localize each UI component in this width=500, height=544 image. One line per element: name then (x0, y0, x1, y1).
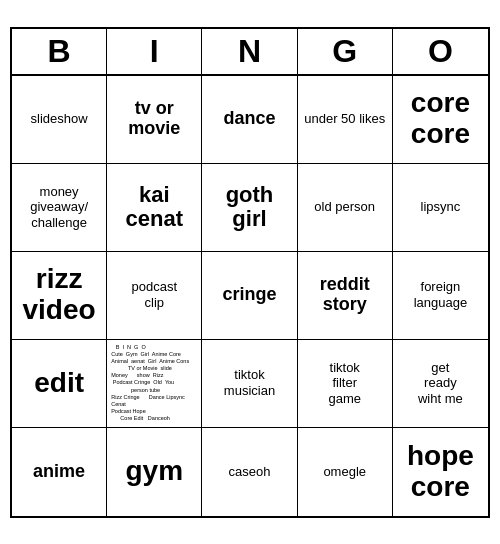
cell-5-4: omegle (298, 428, 393, 516)
cell-1-1: slideshow (12, 76, 107, 164)
cell-4-5: getreadywiht me (393, 340, 488, 428)
cell-2-3: gothgirl (202, 164, 297, 252)
cell-5-5: hopecore (393, 428, 488, 516)
header-b: B (12, 29, 107, 74)
cell-4-1: edit (12, 340, 107, 428)
cell-3-4: redditstory (298, 252, 393, 340)
cell-3-3: cringe (202, 252, 297, 340)
cell-4-4: tiktokfiltergame (298, 340, 393, 428)
cell-1-3: dance (202, 76, 297, 164)
cell-3-5: foreignlanguage (393, 252, 488, 340)
cell-4-3: tiktokmusician (202, 340, 297, 428)
cell-1-5: corecore (393, 76, 488, 164)
cell-5-1: anime (12, 428, 107, 516)
bingo-header: B I N G O (12, 29, 488, 76)
cell-3-1: rizzvideo (12, 252, 107, 340)
cell-2-5: lipsync (393, 164, 488, 252)
header-i: I (107, 29, 202, 74)
header-g: G (298, 29, 393, 74)
cell-5-3: caseoh (202, 428, 297, 516)
header-o: O (393, 29, 488, 74)
cell-3-2: podcastclip (107, 252, 202, 340)
cell-5-2: gym (107, 428, 202, 516)
cell-2-2: kaicenat (107, 164, 202, 252)
cell-2-1: money giveaway/ challenge (12, 164, 107, 252)
cell-1-2: tv or movie (107, 76, 202, 164)
cell-4-2: B I N G O Cute Gym Girl Anime Core Anima… (107, 340, 202, 428)
cell-2-4: old person (298, 164, 393, 252)
cell-1-4: under 50 likes (298, 76, 393, 164)
bingo-card: B I N G O slideshow tv or movie dance un… (10, 27, 490, 518)
bingo-grid: slideshow tv or movie dance under 50 lik… (12, 76, 488, 516)
header-n: N (202, 29, 297, 74)
